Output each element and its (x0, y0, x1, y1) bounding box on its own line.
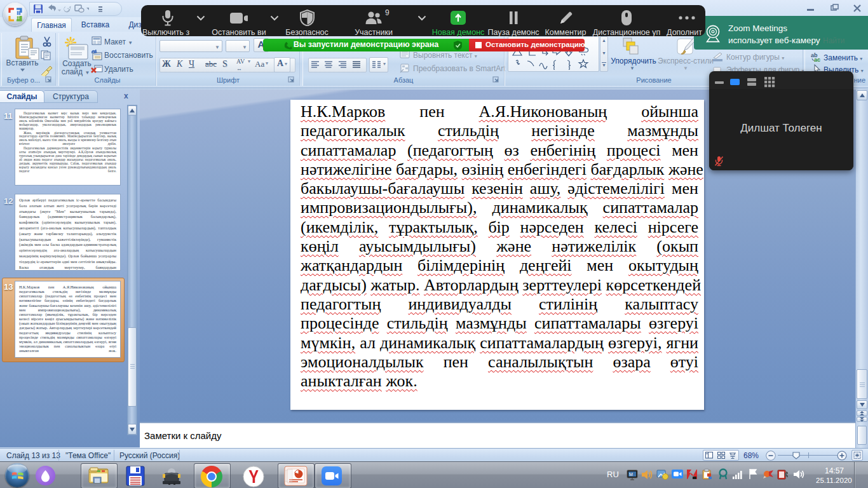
svg-text:ac: ac (814, 57, 820, 62)
svg-text:M: M (629, 472, 633, 477)
